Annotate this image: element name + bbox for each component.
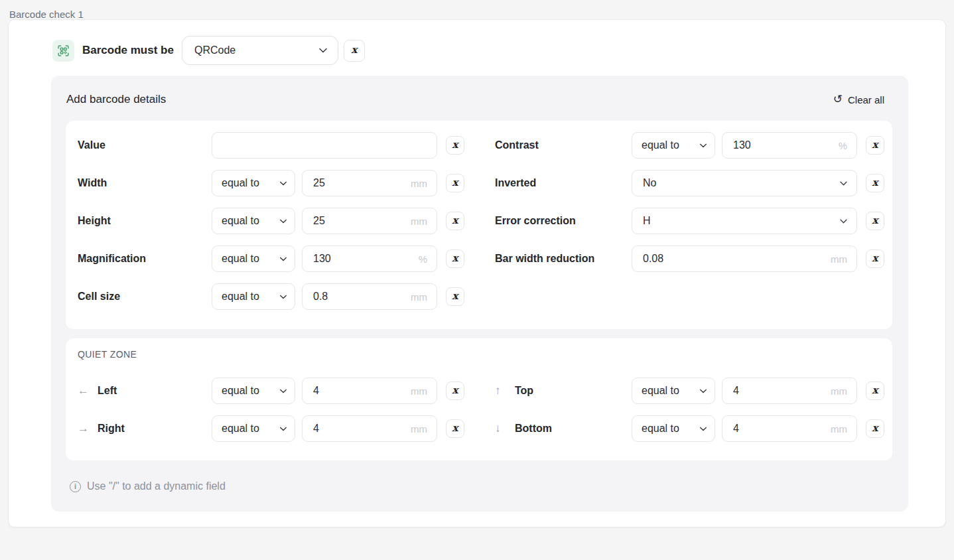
quiet-top-label: ↑ Top bbox=[495, 384, 632, 397]
quiet-bottom-input[interactable] bbox=[733, 423, 831, 435]
arrow-right-icon: → bbox=[78, 422, 98, 435]
cell-size-input-box: mm bbox=[302, 283, 437, 310]
arrow-down-icon: ↓ bbox=[495, 422, 515, 435]
quiet-right-input-box: mm bbox=[302, 415, 437, 442]
field-row-error-correction: Error correction H x bbox=[495, 208, 884, 234]
info-icon: i bbox=[70, 481, 81, 492]
field-row-quiet-top: ↑ Top equal to mm x bbox=[495, 378, 884, 404]
field-row-value: Value x bbox=[78, 132, 495, 159]
qrcode-icon bbox=[52, 40, 74, 62]
field-row-cell-size: Cell size equal to mm x bbox=[78, 283, 495, 310]
rule-label: Barcode must be bbox=[82, 44, 174, 57]
barcode-type-dynamic-field-button[interactable]: x bbox=[344, 40, 365, 62]
value-dynamic-field-button[interactable]: x bbox=[446, 136, 464, 155]
value-input-box bbox=[212, 132, 437, 159]
quiet-bottom-dynamic-field-button[interactable]: x bbox=[866, 419, 884, 438]
height-operator-select[interactable]: equal to bbox=[212, 208, 295, 234]
height-input[interactable] bbox=[313, 215, 411, 227]
inverted-label: Inverted bbox=[495, 177, 632, 189]
height-input-box: mm bbox=[302, 208, 437, 234]
width-input-box: mm bbox=[302, 170, 437, 196]
magnification-label: Magnification bbox=[78, 253, 212, 265]
quiet-right-label: → Right bbox=[78, 422, 212, 435]
unit-label: mm bbox=[411, 423, 427, 435]
quiet-bottom-input-box: mm bbox=[722, 415, 857, 442]
cell-size-label: Cell size bbox=[78, 291, 212, 303]
contrast-dynamic-field-button[interactable]: x bbox=[866, 136, 884, 155]
width-input[interactable] bbox=[313, 177, 411, 189]
value-input[interactable] bbox=[223, 139, 427, 151]
error-correction-dynamic-field-button[interactable]: x bbox=[866, 212, 884, 230]
quiet-left-dynamic-field-button[interactable]: x bbox=[446, 382, 464, 400]
quiet-top-input[interactable] bbox=[733, 385, 831, 397]
field-row-quiet-left: ← Left equal to mm x bbox=[78, 378, 495, 404]
bar-width-reduction-input[interactable] bbox=[643, 253, 831, 265]
field-row-quiet-right: → Right equal to mm x bbox=[78, 415, 495, 442]
quiet-bottom-operator-select[interactable]: equal to bbox=[632, 415, 715, 442]
inverted-dynamic-field-button[interactable]: x bbox=[866, 174, 884, 192]
field-row-height: Height equal to mm x bbox=[78, 208, 495, 234]
quiet-left-label: ← Left bbox=[78, 384, 212, 397]
quiet-left-input[interactable] bbox=[313, 385, 411, 397]
clear-all-label: Clear all bbox=[848, 94, 884, 105]
chevron-down-icon bbox=[700, 389, 707, 393]
height-label: Height bbox=[78, 215, 212, 227]
contrast-input-box: % bbox=[722, 132, 857, 159]
quiet-right-operator-select[interactable]: equal to bbox=[212, 415, 295, 442]
magnification-dynamic-field-button[interactable]: x bbox=[446, 249, 464, 268]
unit-label: mm bbox=[411, 178, 427, 189]
clear-all-button[interactable]: ↺ Clear all bbox=[833, 94, 884, 105]
cell-size-input[interactable] bbox=[313, 291, 411, 303]
chevron-down-icon bbox=[280, 295, 287, 299]
value-label: Value bbox=[78, 139, 212, 151]
quiet-right-dynamic-field-button[interactable]: x bbox=[446, 419, 464, 438]
error-correction-select[interactable]: H bbox=[632, 208, 857, 234]
chevron-down-icon bbox=[280, 427, 287, 431]
bar-width-reduction-input-box: mm bbox=[632, 245, 857, 272]
barcode-type-value: QRCode bbox=[194, 44, 319, 56]
field-row-quiet-bottom: ↓ Bottom equal to mm x bbox=[495, 415, 884, 442]
chevron-down-icon bbox=[840, 219, 847, 224]
quiet-right-input[interactable] bbox=[313, 423, 411, 435]
quiet-top-input-box: mm bbox=[722, 378, 857, 404]
contrast-input[interactable] bbox=[733, 139, 839, 151]
cell-size-operator-select[interactable]: equal to bbox=[212, 283, 295, 310]
arrow-up-icon: ↑ bbox=[495, 384, 515, 397]
unit-label: mm bbox=[831, 385, 847, 397]
magnification-input[interactable] bbox=[313, 253, 419, 265]
bar-width-reduction-label: Bar width reduction bbox=[495, 253, 632, 265]
chevron-down-icon bbox=[700, 143, 707, 148]
barcode-check-card: Barcode must be QRCode x Add barcode det… bbox=[8, 19, 946, 527]
barcode-type-row: Barcode must be QRCode x bbox=[9, 20, 945, 65]
unit-label: % bbox=[419, 253, 427, 265]
unit-label: mm bbox=[831, 253, 847, 265]
quiet-top-dynamic-field-button[interactable]: x bbox=[866, 382, 884, 400]
barcode-details-panel: Add barcode details ↺ Clear all Value x bbox=[51, 76, 908, 512]
unit-label: mm bbox=[831, 423, 847, 435]
width-dynamic-field-button[interactable]: x bbox=[446, 174, 464, 192]
chevron-down-icon bbox=[700, 427, 707, 431]
barcode-type-select[interactable]: QRCode bbox=[182, 36, 338, 65]
chevron-down-icon bbox=[840, 181, 847, 186]
quiet-left-input-box: mm bbox=[302, 378, 437, 404]
field-row-width: Width equal to mm x bbox=[78, 170, 495, 196]
unit-label: % bbox=[839, 140, 847, 151]
quiet-zone-title: QUIET ZONE bbox=[78, 349, 882, 362]
quiet-left-operator-select[interactable]: equal to bbox=[212, 378, 295, 404]
contrast-operator-select[interactable]: equal to bbox=[632, 132, 715, 159]
height-dynamic-field-button[interactable]: x bbox=[446, 212, 464, 230]
contrast-label: Contrast bbox=[495, 139, 632, 151]
unit-label: mm bbox=[411, 385, 427, 397]
width-operator-select[interactable]: equal to bbox=[212, 170, 295, 196]
field-row-inverted: Inverted No x bbox=[495, 170, 884, 196]
cell-size-dynamic-field-button[interactable]: x bbox=[446, 287, 464, 306]
panel-title: Add barcode details bbox=[66, 93, 166, 106]
inverted-select[interactable]: No bbox=[632, 170, 857, 196]
reset-icon: ↺ bbox=[833, 94, 843, 105]
magnification-operator-select[interactable]: equal to bbox=[212, 245, 295, 272]
quiet-top-operator-select[interactable]: equal to bbox=[632, 378, 715, 404]
unit-label: mm bbox=[411, 216, 427, 227]
field-row-contrast: Contrast equal to % x bbox=[495, 132, 884, 159]
dynamic-field-hint: i Use "/" to add a dynamic field bbox=[70, 480, 892, 493]
bar-width-reduction-dynamic-field-button[interactable]: x bbox=[866, 249, 884, 268]
